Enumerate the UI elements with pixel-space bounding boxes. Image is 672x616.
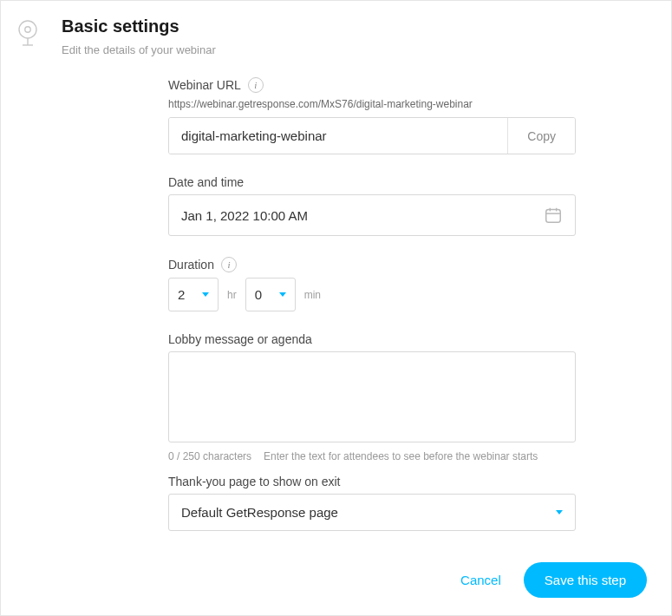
page-subtitle: Edit the details of your webinar <box>62 43 656 56</box>
field-webinar-url: Webinar URL i https://webinar.getrespons… <box>168 77 576 154</box>
copy-button[interactable]: Copy <box>507 118 575 154</box>
datetime-label: Date and time <box>168 175 244 189</box>
settings-card: Basic settings Edit the details of your … <box>0 0 672 616</box>
info-icon[interactable]: i <box>248 77 264 93</box>
webinar-url-preview: https://webinar.getresponse.com/MxS76/di… <box>168 98 576 110</box>
save-button[interactable]: Save this step <box>524 562 647 598</box>
calendar-icon <box>544 206 563 225</box>
field-thankyou: Thank-you page to show on exit Default G… <box>168 475 576 531</box>
footer: Cancel Save this step <box>453 562 647 598</box>
field-duration: Duration i 2 hr 0 min <box>168 257 576 311</box>
cancel-button[interactable]: Cancel <box>453 564 508 596</box>
duration-hours-value: 2 <box>178 287 185 302</box>
info-icon[interactable]: i <box>221 257 237 272</box>
svg-point-1 <box>25 27 30 32</box>
duration-hr-unit: hr <box>227 289 237 301</box>
chevron-down-icon <box>202 292 209 297</box>
lobby-hint: Enter the text for attendees to see befo… <box>264 450 538 462</box>
datetime-input[interactable]: Jan 1, 2022 10:00 AM <box>168 194 576 236</box>
title-block: Basic settings Edit the details of your … <box>62 16 656 56</box>
webinar-url-input[interactable] <box>169 118 507 154</box>
thankyou-value: Default GetResponse page <box>181 505 338 520</box>
duration-hours-select[interactable]: 2 <box>168 278 219 311</box>
page-title: Basic settings <box>62 16 656 36</box>
lobby-textarea[interactable] <box>168 351 576 442</box>
duration-minutes-value: 0 <box>255 287 262 302</box>
header: Basic settings Edit the details of your … <box>16 16 656 56</box>
webinar-url-input-group: Copy <box>168 117 576 154</box>
thankyou-select[interactable]: Default GetResponse page <box>168 494 576 531</box>
duration-label: Duration <box>168 258 214 272</box>
webinar-url-label: Webinar URL <box>168 78 241 92</box>
field-lobby: Lobby message or agenda 0 / 250 characte… <box>168 332 576 462</box>
lobby-label: Lobby message or agenda <box>168 332 312 346</box>
duration-minutes-select[interactable]: 0 <box>245 278 296 311</box>
field-datetime: Date and time Jan 1, 2022 10:00 AM <box>168 175 576 236</box>
thankyou-label: Thank-you page to show on exit <box>168 475 340 488</box>
datetime-value: Jan 1, 2022 10:00 AM <box>181 208 308 223</box>
form: Webinar URL i https://webinar.getrespons… <box>168 77 576 531</box>
svg-point-0 <box>19 21 36 38</box>
svg-rect-4 <box>546 210 561 223</box>
lobby-char-counter: 0 / 250 characters <box>168 450 251 462</box>
webcam-icon <box>16 20 41 53</box>
chevron-down-icon <box>556 510 563 514</box>
duration-min-unit: min <box>304 289 321 301</box>
chevron-down-icon <box>279 292 286 297</box>
